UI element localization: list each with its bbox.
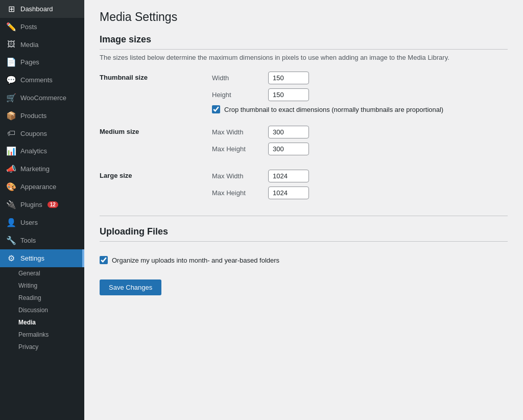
medium-size-fields: Max Width Max Height	[212, 126, 309, 159]
thumbnail-size-label: Thumbnail size	[100, 72, 212, 119]
sidebar-item-label: Marketing	[20, 165, 50, 173]
thumbnail-size-row: Thumbnail size Width Height Crop thumbna…	[100, 72, 508, 119]
medium-max-width-input[interactable]	[268, 126, 309, 138]
sidebar-item-label: Coupons	[20, 130, 47, 137]
large-max-width-label: Max Width	[212, 172, 263, 180]
medium-max-height-label: Max Height	[212, 145, 263, 153]
page-title: Media Settings	[100, 10, 508, 24]
sidebar-item-plugins[interactable]: 🔌 Plugins 12	[0, 196, 84, 214]
thumbnail-height-input[interactable]	[268, 88, 309, 101]
submenu-item-label: Privacy	[18, 343, 38, 351]
sidebar-item-label: Pages	[20, 58, 39, 66]
sidebar-item-woocommerce[interactable]: 🛒 WooCommerce	[0, 89, 84, 107]
submenu-item-writing[interactable]: Writing	[0, 279, 84, 292]
thumbnail-crop-checkbox[interactable]	[212, 105, 220, 113]
sidebar-item-label: Posts	[20, 23, 37, 31]
sidebar-item-label: Users	[20, 219, 38, 226]
sidebar-item-appearance[interactable]: 🎨 Appearance	[0, 178, 84, 196]
thumbnail-width-label: Width	[212, 74, 263, 82]
medium-max-height-input[interactable]	[268, 143, 309, 155]
image-sizes-description: The sizes listed below determine the max…	[100, 54, 508, 61]
sidebar-item-products[interactable]: 📦 Products	[0, 107, 84, 125]
organize-uploads-row: Organize my uploads into month- and year…	[100, 256, 508, 264]
large-max-width-input[interactable]	[268, 170, 309, 182]
media-icon: 🖼	[6, 40, 16, 49]
uploading-section-title: Uploading Files	[100, 226, 508, 242]
sidebar-item-dashboard[interactable]: ⊞ Dashboard	[0, 0, 84, 18]
submenu-item-label: Media	[18, 319, 36, 326]
sidebar-item-label: Dashboard	[20, 5, 53, 13]
sidebar-item-label: Comments	[20, 76, 53, 84]
sidebar-item-analytics[interactable]: 📊 Analytics	[0, 142, 84, 160]
image-sizes-section: Image sizes The sizes listed below deter…	[100, 34, 508, 203]
submenu-item-discussion[interactable]: Discussion	[0, 304, 84, 316]
section-divider	[100, 216, 508, 216]
woocommerce-icon: 🛒	[6, 93, 16, 103]
large-max-height-input[interactable]	[268, 186, 309, 199]
large-max-width-row: Max Width	[212, 170, 309, 182]
image-sizes-title: Image sizes	[100, 34, 508, 50]
thumbnail-height-label: Height	[212, 91, 263, 99]
submenu-item-label: Permalinks	[18, 331, 49, 338]
plugins-icon: 🔌	[6, 200, 16, 209]
sidebar-item-label: Products	[20, 112, 46, 120]
submenu-item-label: Writing	[18, 282, 37, 289]
large-size-row: Large size Max Width Max Height	[100, 170, 508, 203]
main-content: Media Settings Image sizes The sizes lis…	[84, 0, 523, 420]
medium-size-label: Medium size	[100, 126, 212, 159]
thumbnail-width-input[interactable]	[268, 72, 309, 84]
large-size-label: Large size	[100, 170, 212, 203]
submenu-item-label: General	[18, 270, 40, 277]
submenu-item-media[interactable]: Media	[0, 316, 84, 329]
sidebar-item-coupons[interactable]: 🏷 Coupons	[0, 125, 84, 142]
submenu-item-permalinks[interactable]: Permalinks	[0, 329, 84, 341]
pages-icon: 📄	[6, 57, 16, 67]
marketing-icon: 📣	[6, 164, 16, 174]
submenu-item-privacy[interactable]: Privacy	[0, 341, 84, 353]
posts-icon: ✏️	[6, 22, 16, 32]
thumbnail-crop-row: Crop thumbnail to exact dimensions (norm…	[212, 105, 443, 113]
submenu-item-general[interactable]: General	[0, 267, 84, 279]
submenu-item-reading[interactable]: Reading	[0, 292, 84, 304]
users-icon: 👤	[6, 218, 16, 227]
submenu-item-label: Discussion	[18, 307, 48, 314]
sidebar-item-pages[interactable]: 📄 Pages	[0, 53, 84, 71]
dashboard-icon: ⊞	[6, 4, 16, 14]
sidebar-item-media[interactable]: 🖼 Media	[0, 36, 84, 53]
sidebar-item-label: Settings	[20, 254, 44, 262]
thumbnail-crop-label: Crop thumbnail to exact dimensions (norm…	[224, 106, 443, 113]
products-icon: 📦	[6, 111, 16, 121]
medium-max-height-row: Max Height	[212, 143, 309, 155]
thumbnail-height-row: Height	[212, 88, 443, 101]
large-max-height-row: Max Height	[212, 186, 309, 199]
plugins-badge: 12	[47, 201, 58, 208]
large-max-height-label: Max Height	[212, 189, 263, 197]
organize-uploads-label: Organize my uploads into month- and year…	[112, 256, 279, 264]
sidebar-item-label: WooCommerce	[20, 94, 66, 102]
sidebar-item-posts[interactable]: ✏️ Posts	[0, 18, 84, 36]
sidebar-item-label: Analytics	[20, 147, 47, 155]
sidebar-item-users[interactable]: 👤 Users	[0, 214, 84, 231]
sidebar-item-label: Media	[20, 41, 38, 49]
sidebar: ⊞ Dashboard ✏️ Posts 🖼 Media 📄 Pages 💬 C…	[0, 0, 84, 420]
medium-size-row: Medium size Max Width Max Height	[100, 126, 508, 159]
submenu-item-label: Reading	[18, 294, 41, 301]
sidebar-item-label: Appearance	[20, 183, 56, 191]
sidebar-item-marketing[interactable]: 📣 Marketing	[0, 160, 84, 178]
sidebar-item-tools[interactable]: 🔧 Tools	[0, 231, 84, 249]
settings-icon: ⚙	[6, 253, 16, 263]
organize-uploads-checkbox[interactable]	[100, 256, 108, 264]
comments-icon: 💬	[6, 75, 16, 85]
tools-icon: 🔧	[6, 236, 16, 245]
sidebar-item-settings[interactable]: ⚙ Settings	[0, 249, 84, 267]
sidebar-item-comments[interactable]: 💬 Comments	[0, 71, 84, 89]
medium-max-width-row: Max Width	[212, 126, 309, 138]
medium-max-width-label: Max Width	[212, 128, 263, 136]
sidebar-item-label: Plugins	[20, 201, 42, 208]
save-changes-button[interactable]: Save Changes	[100, 279, 161, 295]
analytics-icon: 📊	[6, 146, 16, 156]
coupons-icon: 🏷	[6, 129, 16, 138]
uploading-section: Uploading Files Organize my uploads into…	[100, 226, 508, 295]
large-size-fields: Max Width Max Height	[212, 170, 309, 203]
sidebar-item-label: Tools	[20, 237, 36, 244]
